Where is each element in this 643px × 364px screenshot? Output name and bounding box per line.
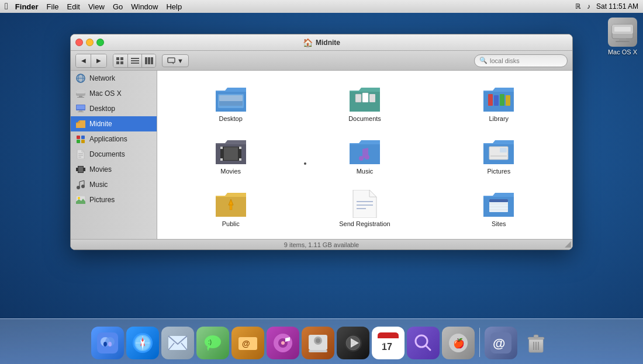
maximize-button[interactable] [96,39,104,46]
dock-item-finder[interactable] [91,327,124,359]
list-view-button[interactable] [127,54,141,67]
action-dropdown-arrow: ▼ [177,57,184,64]
action-button[interactable]: ▼ [162,54,189,67]
file-item-documents[interactable]: Documents [300,80,428,127]
close-button[interactable] [75,39,83,46]
file-grid: Desktop D [167,80,563,232]
svg-rect-8 [120,61,123,64]
icon-view-button[interactable] [113,54,127,67]
svg-rect-24 [77,97,84,98]
file-area: Desktop D [157,71,572,239]
sidebar-item-desktop[interactable]: Desktop [71,101,157,116]
svg-text:@: @ [242,339,250,348]
window-title: Midnite [316,39,340,47]
volume-icon[interactable]: ♪ [587,2,590,11]
back-button[interactable]: ◀ [76,54,91,67]
svg-rect-76 [489,199,508,202]
dock-item-idvd[interactable] [337,327,369,359]
sidebar-item-documents[interactable]: Documents [71,147,157,162]
dock-itunes-icon [267,327,299,359]
svg-rect-15 [168,58,175,63]
svg-text:@: @ [493,336,505,351]
svg-text::): :) [208,339,212,345]
desktop-macosx-icon[interactable]: Mac OS X [608,18,637,56]
search-input[interactable] [490,57,562,64]
file-item-desktop[interactable]: Desktop [167,80,295,127]
file-label-music: Music [357,168,374,175]
file-item-movies[interactable]: Movies [167,133,295,179]
menu-help[interactable]: Help [166,2,182,11]
svg-rect-4 [614,27,631,32]
forward-button[interactable]: ▶ [91,54,106,67]
sidebar-item-pictures[interactable]: Pictures [71,192,157,207]
file-label-send-registration: Send Registration [339,220,390,227]
file-item-sites[interactable]: Sites [435,185,563,232]
sidebar-item-applications[interactable]: Applications [71,131,157,147]
dock-idvd-icon [337,327,369,359]
svg-rect-49 [355,94,361,102]
dock-item-safari[interactable] [126,327,159,359]
sidebar-item-movies[interactable]: Movies [71,162,157,177]
svg-point-64 [359,156,364,161]
search-box[interactable]: 🔍 [474,54,568,67]
dock-item-iphoto[interactable] [302,327,334,359]
dock-item-system[interactable]: 🍎 [442,327,475,359]
svg-rect-63 [224,147,238,160]
sidebar-item-macosx[interactable]: Mac OS X [71,86,157,101]
sidebar-item-midnite[interactable]: Midnite [71,116,157,131]
sidebar-item-label-movies: Movies [89,165,112,174]
sidebar-item-music[interactable]: Music [71,177,157,192]
menu-window[interactable]: Window [131,2,158,11]
svg-point-43 [81,185,85,188]
bluetooth-icon[interactable]: ℝ [575,2,581,11]
sidebar-item-label-applications: Applications [89,135,127,143]
minimize-button[interactable] [86,39,94,46]
file-item-send-registration[interactable]: Send Registration [300,185,428,232]
svg-rect-23 [79,96,82,97]
dock-item-ical[interactable]: 17 JUL [372,327,405,359]
datetime: Sat 11:51 AM [596,2,638,11]
file-label-sites: Sites [492,220,506,227]
menu-finder[interactable]: Finder [15,2,39,11]
svg-rect-59 [220,147,223,149]
dock-ichat-icon: :) [196,327,229,359]
svg-rect-40 [84,171,85,173]
file-item-library[interactable]: Library [435,80,563,127]
file-label-documents: Documents [348,115,381,122]
svg-rect-51 [362,93,368,102]
dock-item-mail-app[interactable] [161,327,194,359]
svg-point-105 [316,338,320,343]
menu-view[interactable]: View [88,2,105,11]
menu-edit[interactable]: Edit [67,2,80,11]
dock-item-trash[interactable] [520,327,552,359]
menu-file[interactable]: File [47,2,59,11]
nav-buttons: ◀ ▶ [75,54,107,68]
svg-rect-48 [219,95,243,101]
sidebar-item-network[interactable]: Network [71,71,157,86]
file-item-pictures[interactable]: Pictures [435,133,563,179]
network-icon [75,73,86,84]
documents-icon [75,149,86,160]
dock-item-at[interactable]: @ [485,327,517,359]
svg-rect-14 [151,57,153,64]
svg-rect-22 [76,90,85,93]
dock-item-mail[interactable]: @ [231,327,264,359]
column-view-button[interactable] [141,54,155,67]
pictures-icon [75,195,86,205]
movies-folder-icon [216,137,246,165]
svg-rect-56 [500,94,504,106]
menu-go[interactable]: Go [113,2,123,11]
svg-rect-7 [116,61,119,64]
dock-item-ichat[interactable]: :) [196,327,229,359]
svg-rect-68 [500,148,507,152]
file-item-music[interactable]: Music [300,133,428,179]
sidebar-item-label-macosx: Mac OS X [89,89,122,98]
dock-separator [479,328,480,357]
file-item-public[interactable]: Public [167,185,295,232]
dock-item-itunes[interactable] [267,327,299,359]
file-label-pictures: Pictures [487,168,510,175]
sidebar-item-label-network: Network [89,74,115,82]
dock-item-sherlock[interactable] [407,327,440,359]
apple-menu[interactable]:  [5,1,8,12]
music-folder-icon [350,137,380,165]
